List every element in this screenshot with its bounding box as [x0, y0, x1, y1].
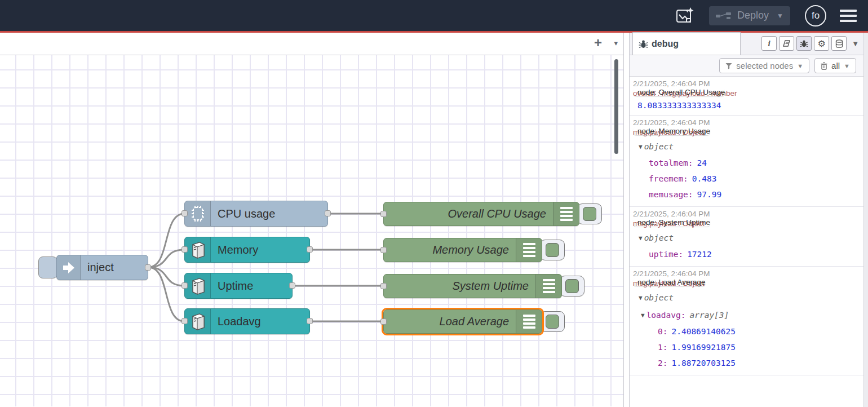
array-index: 0 — [658, 327, 667, 336]
node-cpu-usage[interactable]: CPU usage — [184, 201, 328, 227]
payload-number: 1.99169921875 — [667, 343, 736, 352]
node-debug-system-uptime[interactable]: System Uptime — [383, 274, 562, 298]
input-port[interactable] — [380, 211, 387, 217]
computer-tower-icon — [185, 273, 211, 298]
payload-number: 0.483 — [688, 174, 717, 183]
tab-debug[interactable]: debug — [632, 32, 741, 55]
chevron-down-icon: ▼ — [844, 63, 850, 69]
info-tab-button[interactable]: i — [761, 36, 777, 51]
collapse-icon[interactable]: ▼ — [639, 294, 644, 302]
output-port[interactable] — [325, 210, 331, 216]
payload-number: 97.99 — [693, 190, 722, 199]
debug-message[interactable]: 2/21/2025, 2:46:04 PM node: Memory Usage… — [630, 116, 863, 207]
debug-message[interactable]: 2/21/2025, 2:46:04 PM node: Overall CPU … — [630, 77, 863, 116]
deploy-button[interactable]: Deploy ▼ — [709, 6, 790, 25]
canvas-vertical-scrollbar[interactable] — [614, 59, 618, 154]
node-label: System Uptime — [445, 280, 535, 293]
debug-list-icon — [516, 310, 542, 333]
debug-tab-button[interactable] — [796, 36, 812, 51]
node-label: Load Average — [433, 315, 516, 328]
input-port[interactable] — [380, 247, 387, 253]
node-debug-load-average[interactable]: Load Average — [383, 309, 542, 334]
sidebar-resize-handle[interactable] — [623, 33, 630, 407]
inject-trigger-button[interactable] — [38, 256, 57, 278]
node-uptime[interactable]: Uptime — [184, 273, 293, 299]
debug-list-icon — [553, 202, 579, 225]
input-port[interactable] — [181, 246, 188, 253]
node-label: Overall CPU Usage — [441, 207, 553, 220]
node-label: inject — [81, 261, 121, 274]
collapse-icon[interactable]: ▼ — [639, 143, 644, 151]
message-timestamp: 2/21/2025, 2:46:04 PM — [633, 118, 710, 127]
inject-output-port[interactable] — [145, 264, 151, 271]
config-nodes-tab-button[interactable]: ⚙ — [814, 36, 829, 51]
database-icon — [835, 39, 843, 48]
debug-toggle-button[interactable] — [560, 276, 584, 297]
message-timestamp: 2/21/2025, 2:46:04 PM — [633, 210, 710, 218]
collapse-icon[interactable]: ▼ — [641, 312, 646, 319]
object-type-label: object — [644, 233, 674, 242]
message-node-name: node: Load Average — [633, 278, 706, 286]
bug-icon — [800, 39, 808, 47]
help-tab-button[interactable] — [779, 36, 794, 51]
payload-number: 17212 — [683, 250, 712, 259]
node-label: CPU usage — [211, 207, 282, 220]
debug-toggle-button[interactable] — [540, 311, 565, 332]
node-label: Memory — [211, 244, 265, 256]
debug-message[interactable]: 2/21/2025, 2:46:04 PM node: System Uptim… — [630, 207, 863, 267]
output-port[interactable] — [307, 246, 313, 253]
book-icon — [782, 39, 791, 47]
add-flow-button[interactable]: + — [594, 35, 602, 51]
flow-canvas[interactable]: inject CPU usage — [0, 55, 623, 406]
array-index: 2 — [658, 359, 667, 368]
deploy-chevron-icon[interactable]: ▼ — [774, 12, 783, 20]
output-port[interactable] — [307, 318, 313, 324]
payload-number: 8.083333333333334 — [637, 101, 721, 110]
array-type-label: array[3] — [685, 311, 729, 320]
debug-list-icon — [516, 238, 542, 262]
debug-toggle-button[interactable] — [577, 203, 602, 224]
message-node-name: node: Overall CPU Usage — [633, 88, 725, 96]
payload-key: uptime — [649, 250, 683, 259]
tab-debug-label: debug — [652, 39, 679, 49]
input-port[interactable] — [181, 318, 188, 324]
wire-inject-memory[interactable] — [148, 250, 184, 267]
input-port[interactable] — [181, 282, 188, 289]
filter-dropdown[interactable]: selected nodes ▼ — [719, 58, 809, 73]
debug-message[interactable]: 2/21/2025, 2:46:04 PM node: Load Average… — [630, 267, 863, 375]
wire-inject-uptime[interactable] — [148, 267, 184, 286]
input-port[interactable] — [380, 283, 387, 289]
chevron-down-icon: ▼ — [797, 63, 803, 69]
app-header: Deploy ▼ fo — [0, 0, 868, 31]
sidebar-scrollbar-track[interactable] — [863, 33, 868, 407]
output-port[interactable] — [289, 282, 295, 289]
payload-number: 1.88720703125 — [667, 359, 736, 368]
collapse-icon[interactable]: ▼ — [639, 235, 644, 242]
debug-list-icon — [535, 275, 561, 298]
workspace: + ▾ — [0, 33, 623, 407]
sidebar-tab-bar: debug i — [630, 33, 863, 55]
computer-tower-icon — [185, 237, 211, 262]
node-inject[interactable]: inject — [56, 255, 148, 280]
debug-message-list[interactable]: 2/21/2025, 2:46:04 PM node: Overall CPU … — [630, 77, 863, 407]
gear-icon: ⚙ — [817, 38, 825, 49]
node-label: Loadavg — [211, 315, 268, 328]
flow-list-button[interactable]: ▾ — [614, 39, 618, 47]
clear-messages-dropdown[interactable]: all ▼ — [814, 58, 856, 73]
flow-assistant-icon[interactable] — [673, 6, 696, 26]
message-node-name: node: Memory Usage — [633, 127, 710, 135]
node-memory[interactable]: Memory — [184, 237, 310, 263]
debug-toggle-button[interactable] — [540, 240, 565, 260]
node-debug-overall-cpu[interactable]: Overall CPU Usage — [383, 202, 579, 226]
input-port[interactable] — [181, 210, 188, 216]
main-menu-icon[interactable] — [840, 10, 857, 22]
node-debug-memory-usage[interactable]: Memory Usage — [383, 238, 542, 262]
object-type-label: object — [644, 142, 674, 151]
input-port[interactable] — [380, 318, 387, 325]
user-avatar[interactable]: fo — [805, 5, 826, 26]
sidebar-more-tabs-button[interactable]: ▼ — [852, 39, 859, 48]
node-loadavg[interactable]: Loadavg — [184, 308, 310, 334]
wires-layer — [0, 55, 623, 406]
context-data-tab-button[interactable] — [831, 36, 847, 51]
chip-icon — [185, 201, 211, 226]
